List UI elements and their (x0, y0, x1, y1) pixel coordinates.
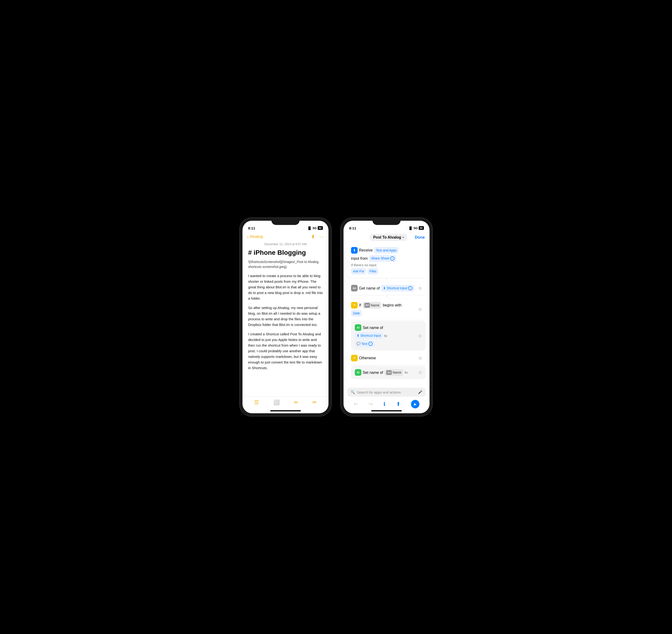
notes-date: December 12, 2023 at 8:57 AM (248, 242, 323, 246)
checklist-icon[interactable]: ☰ (254, 399, 259, 406)
if-no-input-row: If there's no input: (351, 263, 422, 267)
if-row-2: Date (351, 310, 422, 317)
notch (271, 218, 300, 225)
share-icon-shortcuts[interactable]: ⬆ (396, 401, 400, 407)
to-label-1: to (384, 333, 387, 339)
otherwise-label: Otherwise (359, 355, 376, 361)
shortcuts-title: Post To Alvalog (373, 235, 401, 240)
status-right-right: ▐▌ 5G 92 (408, 226, 424, 230)
signal-icon-left: ▐▌ (307, 226, 311, 230)
set-name-true-row-2: ⬇ Shortcut Input to (355, 332, 422, 339)
set-name-false-remove-button[interactable]: ⊗ (417, 370, 423, 375)
back-arrow-icon: ‹ (247, 234, 249, 240)
search-icon: 🔍 (351, 390, 355, 394)
ask-for-chip[interactable]: Ask For (351, 268, 366, 274)
set-name-true-row-1: AI Set name of (355, 324, 422, 331)
notes-toolbar: ☰ ⬜ ✏ ✏ (242, 396, 328, 410)
shortcuts-nav: Post To Alvalog ▾ Done (344, 232, 430, 244)
left-phone: 8:11 ▐▌ 5G 92 ‹ Alvalog. ⬆ ··· December … (240, 218, 331, 416)
date-chip[interactable]: Date (351, 310, 362, 317)
if-row: Y If Ad Name begins with (351, 302, 422, 309)
text-chip[interactable]: 💬 Text › (355, 340, 374, 347)
network-left: 5G (312, 226, 317, 230)
share-icon[interactable]: ⬆ (311, 234, 315, 240)
set-name-false-label: Set name of (363, 370, 383, 376)
play-button[interactable]: ▶ (411, 400, 419, 408)
notch-right (372, 218, 401, 225)
notes-content: December 12, 2023 at 8:57 AM # iPhone Bl… (242, 242, 328, 396)
receive-label: Receive (359, 247, 373, 253)
redo-icon[interactable]: ↪ (368, 401, 373, 407)
notes-title[interactable]: # iPhone Blogging (248, 249, 323, 257)
back-button[interactable]: ‹ Alvalog. (247, 234, 264, 240)
connector-1 (387, 278, 387, 280)
shortcuts-bottom-bar: ↩ ↪ ℹ ⬆ ▶ (344, 397, 430, 410)
shortcut-input-chip-1[interactable]: ⬇ Shortcut Input › (381, 285, 414, 291)
get-name-remove-button[interactable]: ⊗ (417, 285, 423, 291)
receive-row-1: ⬇ Receive Text and Apps (351, 247, 422, 253)
compose-icon[interactable]: ✏ (312, 399, 317, 406)
more-icon[interactable]: ··· (320, 234, 324, 240)
if-label: If (359, 302, 361, 308)
otherwise-remove-button[interactable]: ⊗ (417, 355, 423, 361)
receive-icon: ⬇ (351, 247, 357, 253)
set-name-true-label: Set name of (363, 325, 383, 331)
text-and-apps-chip[interactable]: Text and Apps (374, 247, 398, 253)
otherwise-icon: Y (351, 355, 357, 361)
shortcut-input-icon-2: ⬇ (357, 333, 360, 338)
status-time-right: 8:11 (349, 226, 356, 230)
battery-right: 92 (419, 226, 424, 230)
network-right: 5G (414, 226, 418, 230)
share-sheet-arrow-icon: › (390, 257, 394, 261)
home-indicator-right (371, 410, 402, 411)
microphone-icon[interactable]: 🎤 (418, 390, 422, 394)
undo-icon[interactable]: ↩ (354, 401, 358, 407)
shortcut-input-chip-2[interactable]: ⬇ Shortcut Input (355, 332, 383, 339)
notes-para-1: I wanted to create a process to be able … (248, 273, 323, 301)
status-time-left: 8:11 (248, 226, 255, 230)
receive-row-3: Ask For Files (351, 268, 422, 274)
shortcuts-content: ⬇ Receive Text and Apps input from Share… (344, 244, 430, 386)
set-name-false-icon: AI (355, 369, 362, 376)
battery-left: 92 (318, 226, 323, 230)
to-label-2: to (404, 370, 408, 375)
notes-nav-icons: ⬆ ··· (311, 234, 324, 240)
shortcuts-search-area: 🔍 Search for apps and actions 🎤 (344, 386, 430, 397)
shortcut-input-icon: ⬇ (383, 286, 386, 291)
get-name-action-block: ⊗ Ad Get name of ⬇ Shortcut Input › (347, 282, 426, 295)
pen-icon[interactable]: ✏ (294, 399, 298, 406)
get-name-icon: Ad (351, 285, 357, 291)
name-chip-icon: Ad (365, 303, 370, 308)
home-indicator-left (270, 410, 301, 411)
camera-icon[interactable]: ⬜ (273, 399, 280, 406)
set-name-false-block: ⊗ AI Set name of Ad Name to (351, 366, 426, 379)
name-chip-2[interactable]: Ad Name (385, 369, 403, 376)
files-chip[interactable]: Files (368, 268, 378, 274)
name-chip[interactable]: Ad Name (363, 302, 381, 309)
share-sheet-chip[interactable]: Share Sheet › (369, 255, 396, 262)
shortcuts-title-container[interactable]: Post To Alvalog ▾ (370, 234, 407, 241)
if-remove-button[interactable]: ⊗ (417, 307, 423, 312)
shortcut-input-arrow-icon: › (408, 286, 412, 290)
get-name-label: Get name of (359, 285, 380, 291)
otherwise-row: Y Otherwise (351, 355, 422, 361)
input-from-label: input from (351, 255, 368, 262)
set-name-icon: AI (355, 324, 362, 331)
set-name-true-row-3: 💬 Text › (355, 340, 422, 347)
set-name-true-remove-button[interactable]: ⊗ (417, 333, 423, 339)
if-action-block: ⊗ Y If Ad Name begins with Date (347, 299, 426, 320)
get-name-row: Ad Get name of ⬇ Shortcut Input › (351, 285, 422, 291)
otherwise-block: ⊗ Y Otherwise (347, 351, 426, 365)
notes-para-3: I created a Shortcut called Post To Alva… (248, 331, 323, 371)
info-icon[interactable]: ℹ (384, 401, 385, 407)
notes-para-2: So after setting up Alvalog, my new pers… (248, 305, 323, 327)
status-right-left: ▐▌ 5G 92 (307, 226, 323, 230)
signal-icon-right: ▐▌ (408, 226, 413, 230)
name-chip-2-icon: Ad (386, 370, 392, 375)
back-label: Alvalog. (250, 234, 264, 239)
search-bar[interactable]: 🔍 Search for apps and actions 🎤 (347, 388, 426, 397)
search-placeholder: Search for apps and actions (357, 390, 416, 394)
notes-img-ref: ![ShortcutsScreenshot](/images/_Post to … (248, 260, 323, 269)
done-button[interactable]: Done (415, 235, 425, 240)
receive-action-block: ⬇ Receive Text and Apps input from Share… (347, 244, 426, 278)
